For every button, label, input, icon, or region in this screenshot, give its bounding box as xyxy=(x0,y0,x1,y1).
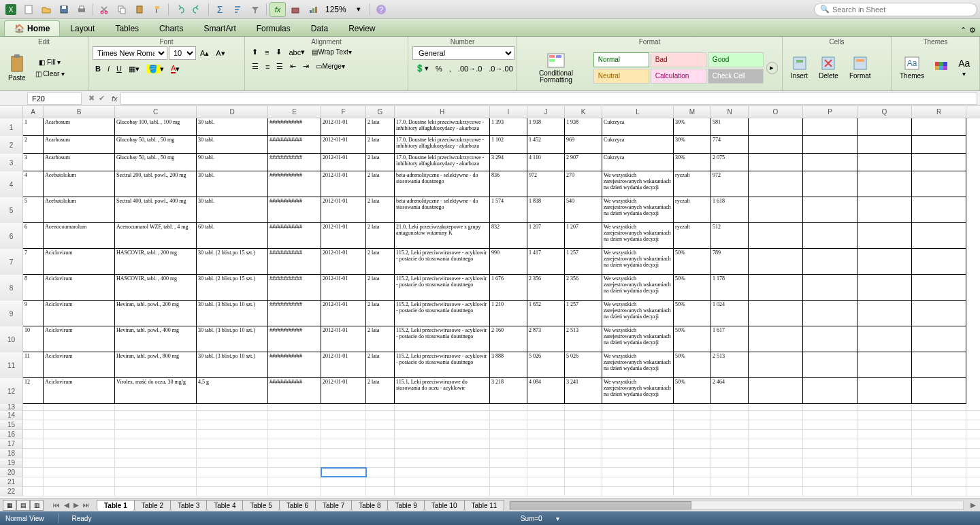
cell[interactable] xyxy=(268,430,321,439)
cell[interactable]: 1 210 xyxy=(490,301,527,326)
cell[interactable]: 60 tabl. xyxy=(197,223,268,249)
cell[interactable]: 9 xyxy=(23,301,44,326)
row-header[interactable]: 21 xyxy=(0,477,23,486)
column-header-H[interactable]: H xyxy=(395,106,490,118)
cell[interactable]: 2012-01-01 xyxy=(321,301,366,326)
cell[interactable]: 2 873 xyxy=(527,326,565,352)
prev-sheet-icon[interactable]: ◀ xyxy=(63,501,71,509)
tab-tables[interactable]: Tables xyxy=(105,20,149,36)
cell[interactable] xyxy=(321,411,366,420)
column-header-O[interactable]: O xyxy=(749,106,803,118)
cell[interactable]: 30% xyxy=(674,136,711,154)
cell[interactable] xyxy=(749,430,803,439)
font-size-select[interactable]: 10 xyxy=(169,46,196,60)
decrease-decimal-icon[interactable]: .00→.0 xyxy=(455,63,485,74)
bold-button[interactable]: B xyxy=(93,63,103,75)
sheet-tab[interactable]: Table 1 xyxy=(97,500,135,511)
cell[interactable]: 836 xyxy=(490,171,527,197)
cell[interactable] xyxy=(711,449,749,458)
sheet-tab[interactable]: Table 4 xyxy=(206,500,243,511)
chart-icon[interactable] xyxy=(305,2,321,17)
cell[interactable]: 1 xyxy=(23,118,44,136)
cell[interactable]: 969 xyxy=(565,136,602,154)
autosum-icon[interactable]: Σ xyxy=(212,2,228,17)
cell[interactable] xyxy=(602,439,674,448)
cell[interactable] xyxy=(749,449,803,458)
cell[interactable] xyxy=(602,458,674,467)
cell[interactable] xyxy=(490,404,527,410)
cell[interactable]: 2012-01-01 xyxy=(321,378,366,404)
cell[interactable]: 832 xyxy=(490,223,527,249)
cell[interactable] xyxy=(912,468,966,477)
theme-fonts-button[interactable]: Aa▾ xyxy=(954,55,974,80)
cell[interactable] xyxy=(803,458,858,467)
tab-charts[interactable]: Charts xyxy=(149,20,193,36)
cell[interactable] xyxy=(268,449,321,458)
cell[interactable]: ############ xyxy=(268,136,321,154)
cell[interactable]: 1 102 xyxy=(490,136,527,154)
cell[interactable] xyxy=(858,420,912,429)
cell[interactable] xyxy=(602,420,674,429)
cell[interactable] xyxy=(912,378,966,404)
cell[interactable] xyxy=(115,487,197,496)
cell[interactable]: 1 257 xyxy=(565,301,602,326)
cell[interactable]: Aciclovirum xyxy=(44,326,115,352)
cell[interactable] xyxy=(803,487,858,496)
cell[interactable] xyxy=(527,468,565,477)
cell[interactable] xyxy=(858,326,912,352)
cell[interactable] xyxy=(366,477,395,486)
fx-icon[interactable]: fx xyxy=(109,95,120,103)
column-header-M[interactable]: M xyxy=(674,106,711,118)
font-name-select[interactable]: Times New Roman xyxy=(93,46,167,60)
cell[interactable]: We wszystkich zarejestrowanych wskazania… xyxy=(602,171,674,197)
underline-button[interactable]: U xyxy=(114,63,125,75)
cell[interactable]: 1 652 xyxy=(527,301,565,326)
cell[interactable] xyxy=(711,404,749,410)
cell[interactable]: 4,5 g xyxy=(197,378,268,404)
cell[interactable] xyxy=(711,439,749,448)
undo-icon[interactable] xyxy=(172,2,188,17)
cell[interactable] xyxy=(858,249,912,275)
cell[interactable] xyxy=(912,477,966,486)
cell[interactable] xyxy=(565,404,602,410)
cell[interactable] xyxy=(602,430,674,439)
cell[interactable] xyxy=(749,326,803,352)
cell[interactable]: 774 xyxy=(711,136,749,154)
print-icon[interactable] xyxy=(74,2,90,17)
cell[interactable] xyxy=(749,136,803,154)
cell[interactable] xyxy=(115,449,197,458)
style-bad[interactable]: Bad xyxy=(651,52,706,67)
cell[interactable] xyxy=(268,439,321,448)
cell[interactable]: 2 lata xyxy=(366,171,395,197)
cell[interactable] xyxy=(803,449,858,458)
cell[interactable] xyxy=(858,171,912,197)
cell[interactable] xyxy=(803,439,858,448)
cell[interactable]: Acebutololum xyxy=(44,197,115,223)
cell[interactable]: Glucobay 100, tabl. , 100 mg xyxy=(115,118,197,136)
cell[interactable]: 2 356 xyxy=(527,275,565,301)
cell[interactable]: 2 lata xyxy=(366,352,395,378)
cell[interactable]: 2 lata xyxy=(366,301,395,326)
cell[interactable] xyxy=(912,249,966,275)
cell[interactable] xyxy=(321,404,366,410)
cell[interactable]: 540 xyxy=(565,197,602,223)
cell[interactable] xyxy=(674,430,711,439)
cell[interactable]: 2 160 xyxy=(490,326,527,352)
cell[interactable]: 50% xyxy=(674,301,711,326)
cell[interactable] xyxy=(115,420,197,429)
cell[interactable]: 1 617 xyxy=(711,326,749,352)
cell[interactable] xyxy=(115,439,197,448)
cell[interactable] xyxy=(44,420,115,429)
cell[interactable] xyxy=(366,449,395,458)
comma-icon[interactable]: , xyxy=(446,63,454,74)
row-header[interactable]: 2 xyxy=(0,136,23,154)
cell[interactable] xyxy=(602,477,674,486)
cell[interactable] xyxy=(803,404,858,410)
cell[interactable] xyxy=(527,449,565,458)
cell[interactable]: 2012-01-01 xyxy=(321,197,366,223)
cell[interactable] xyxy=(858,378,912,404)
cell[interactable]: 1 393 xyxy=(490,118,527,136)
cell[interactable]: 30 tabl. (3 blist.po 10 szt.) xyxy=(197,301,268,326)
new-icon[interactable] xyxy=(20,2,37,17)
copy-icon[interactable] xyxy=(114,2,130,17)
